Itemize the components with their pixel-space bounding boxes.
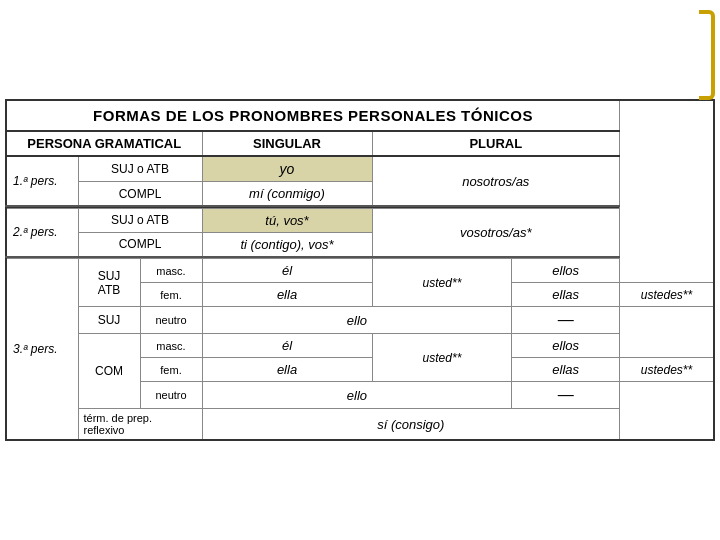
tercera-suj-neutro-val: ello — [202, 307, 512, 334]
suj-neutro-plural: — — [512, 307, 620, 334]
reflexivo-label: térm. de prep.reflexivo — [78, 409, 202, 441]
segunda-persona-label: 2.ª pers. — [6, 208, 78, 257]
primera-suj-atb-singular: yo — [202, 156, 372, 182]
primera-compl-singular: mí (conmigo) — [202, 182, 372, 207]
segunda-plural: vosotros/as* — [372, 208, 620, 257]
ellas2-val: ellas — [512, 358, 620, 382]
tercera-com-neutro-val: ello — [202, 382, 512, 409]
singular-header: SINGULAR — [202, 131, 372, 156]
suj-atb-label: SUJATB — [78, 259, 140, 307]
tercera-suj-masc-row: 3.ª pers. SUJATB masc. él usted** ellos — [6, 259, 714, 283]
segunda-suj-atb-label: SUJ o ATB — [78, 208, 202, 232]
suj-atb-text: SUJATB — [98, 269, 121, 297]
ustedes2-val: ustedes** — [620, 358, 714, 382]
masc-label-2: masc. — [140, 334, 202, 358]
reflexivo-label-text: térm. de prep.reflexivo — [84, 412, 152, 436]
primera-persona-label: 1.ª pers. — [6, 156, 78, 206]
table-title: FORMAS DE LOS PRONOMBRES PERSONALES TÓNI… — [6, 100, 620, 131]
tercera-com-fem-val: ella — [202, 358, 372, 382]
tercera-com-masc-row: COM masc. él usted** ellos — [6, 334, 714, 358]
tercera-com-masc-val: él — [202, 334, 372, 358]
usted1-val: usted** — [372, 259, 512, 307]
segunda-compl-singular: ti (contigo), vos* — [202, 232, 372, 257]
tercera-suj-neutro-row: SUJ neutro ello — — [6, 307, 714, 334]
title-row: FORMAS DE LOS PRONOMBRES PERSONALES TÓNI… — [6, 100, 714, 131]
primera-plural: nosotros/as — [372, 156, 620, 206]
suj-label: SUJ — [78, 307, 140, 334]
primera-compl-label: COMPL — [78, 182, 202, 207]
usted2-val: usted** — [372, 334, 512, 382]
primera-suj-atb-label: SUJ o ATB — [78, 156, 202, 182]
neutro-label-2: neutro — [140, 382, 202, 409]
ellas-val: ellas — [512, 283, 620, 307]
tercera-suj-masc-val: él — [202, 259, 372, 283]
tercera-persona-label: 3.ª pers. — [6, 259, 78, 441]
plural-header: PLURAL — [372, 131, 620, 156]
com-neutro-plural: — — [512, 382, 620, 409]
reflexivo-row: térm. de prep.reflexivo sí (consigo) — [6, 409, 714, 441]
segunda-suj-atb-singular: tú, vos* — [202, 208, 372, 232]
neutro-label-1: neutro — [140, 307, 202, 334]
primera-suj-row: 1.ª pers. SUJ o ATB yo nosotros/as — [6, 156, 714, 182]
masc-label-1: masc. — [140, 259, 202, 283]
fem-label-2: fem. — [140, 358, 202, 382]
fem-label-1: fem. — [140, 283, 202, 307]
pronombres-table: FORMAS DE LOS PRONOMBRES PERSONALES TÓNI… — [5, 99, 715, 441]
persona-header: PERSONA GRAMATICAL — [6, 131, 202, 156]
ustedes1-val: ustedes** — [620, 283, 714, 307]
ellos2-val: ellos — [512, 334, 620, 358]
page-container: FORMAS DE LOS PRONOMBRES PERSONALES TÓNI… — [0, 0, 720, 540]
header-row: PERSONA GRAMATICAL SINGULAR PLURAL — [6, 131, 714, 156]
ellos-val: ellos — [512, 259, 620, 283]
reflexivo-singular: sí (consigo) — [202, 409, 620, 441]
segunda-suj-row: 2.ª pers. SUJ o ATB tú, vos* vosotros/as… — [6, 208, 714, 232]
com-label: COM — [78, 334, 140, 409]
tercera-suj-fem-val: ella — [202, 283, 372, 307]
gold-bracket-right — [699, 10, 715, 100]
segunda-compl-label: COMPL — [78, 232, 202, 257]
